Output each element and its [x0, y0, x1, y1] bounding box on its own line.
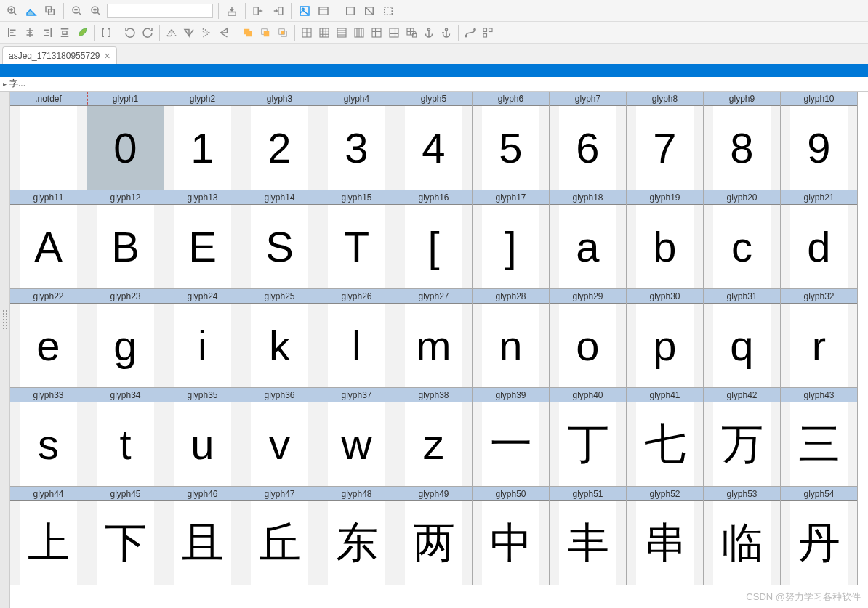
glyph-cell[interactable]: glyph30p [627, 289, 704, 388]
squares-icon[interactable] [342, 3, 358, 19]
rotate-cw-icon[interactable] [140, 25, 156, 41]
glyph-cell[interactable]: glyph19b [627, 190, 704, 289]
glyph-cell[interactable]: glyph42万 [704, 388, 781, 487]
glyph-cell[interactable]: glyph50中 [473, 487, 550, 585]
document-tab[interactable]: asJeq_1713180955729 × [2, 46, 117, 64]
glyph-cell[interactable]: glyph109 [781, 92, 858, 190]
glyph-cell[interactable]: glyph20c [704, 190, 781, 289]
flip-h2-icon[interactable] [181, 25, 197, 41]
glyph-cell[interactable]: glyph13E [164, 190, 241, 289]
glyph-cell[interactable]: glyph32 [241, 92, 318, 190]
union-icon[interactable] [240, 25, 256, 41]
table2-icon[interactable] [351, 25, 367, 41]
glyph-cell[interactable]: glyph40丁 [550, 388, 627, 487]
glyph-cell[interactable]: glyph12B [87, 190, 164, 289]
glyph-cell[interactable]: glyph54丹 [781, 487, 858, 585]
glyph-cell[interactable]: glyph26l [318, 289, 395, 388]
components-icon[interactable] [480, 25, 496, 41]
grid4-icon[interactable] [299, 25, 315, 41]
glyph-cell[interactable]: glyph16[ [395, 190, 473, 289]
glyph-cell[interactable]: glyph46且 [164, 487, 241, 585]
glyph-cell[interactable]: glyph49两 [395, 487, 473, 585]
table4-icon[interactable] [386, 25, 402, 41]
intersect-icon[interactable] [275, 25, 291, 41]
next-glyph-icon[interactable] [270, 3, 286, 19]
glyph-cell[interactable]: glyph76 [550, 92, 627, 190]
zoom-combo[interactable] [107, 4, 213, 18]
glyph-grid[interactable]: .notdefglyph10glyph21glyph32glyph43glyph… [10, 92, 868, 608]
flip-h-icon[interactable] [164, 25, 180, 41]
zoom-in2-icon[interactable] [88, 3, 104, 19]
align-right-icon[interactable] [39, 25, 55, 41]
glyph-cell[interactable]: glyph11A [10, 190, 87, 289]
crop-icon[interactable] [361, 3, 377, 19]
rotate-ccw-icon[interactable] [122, 25, 138, 41]
glyph-cell[interactable]: glyph38z [395, 388, 473, 487]
glyph-cell[interactable]: glyph34t [87, 388, 164, 487]
gutter-handle-icon[interactable] [2, 309, 8, 331]
glyph-cell[interactable]: glyph98 [704, 92, 781, 190]
glyph-cell[interactable]: glyph53临 [704, 487, 781, 585]
picture-icon[interactable] [297, 3, 313, 19]
glyph-cell[interactable]: glyph51丰 [550, 487, 627, 585]
glyph-cell[interactable]: glyph43 [318, 92, 395, 190]
zoom-out-icon[interactable] [69, 3, 85, 19]
layers-icon[interactable] [42, 3, 58, 19]
glyph-cell[interactable]: glyph27m [395, 289, 473, 388]
glyph-cell[interactable]: glyph52串 [627, 487, 704, 585]
align-left-icon[interactable] [4, 25, 20, 41]
glyph-cell[interactable]: glyph33s [10, 388, 87, 487]
glyph-cell[interactable]: glyph15T [318, 190, 395, 289]
glyph-cell[interactable]: glyph31q [704, 289, 781, 388]
table-icon[interactable] [334, 25, 350, 41]
glyph-cell[interactable]: glyph37w [318, 388, 395, 487]
glyph-cell[interactable]: glyph44上 [10, 487, 87, 585]
glyph-cell[interactable]: glyph17] [473, 190, 550, 289]
anchor2-icon[interactable] [438, 25, 454, 41]
curve-icon[interactable] [462, 25, 478, 41]
glyph-cell[interactable]: glyph25k [241, 289, 318, 388]
window-icon[interactable] [316, 3, 331, 19]
download-icon[interactable] [224, 3, 240, 19]
glyph-cell[interactable]: glyph23g [87, 289, 164, 388]
prev-glyph-icon[interactable] [251, 3, 267, 19]
glyph-cell[interactable]: glyph32r [781, 289, 858, 388]
left-gutter[interactable] [0, 92, 10, 608]
glyph-cell[interactable]: glyph24i [164, 289, 241, 388]
glyph-cell[interactable]: glyph21 [164, 92, 241, 190]
breadcrumb-label[interactable]: 字... [9, 78, 25, 90]
rect-dashed-icon[interactable] [380, 3, 396, 19]
table3-icon[interactable] [369, 25, 385, 41]
glyph-cell[interactable]: .notdef [10, 92, 87, 190]
grid-lock-icon[interactable] [403, 25, 419, 41]
highlight-icon[interactable] [23, 3, 39, 19]
glyph-cell[interactable]: glyph36v [241, 388, 318, 487]
glyph-cell[interactable]: glyph22e [10, 289, 87, 388]
glyph-cell[interactable]: glyph14S [241, 190, 318, 289]
glyph-cell[interactable]: glyph65 [473, 92, 550, 190]
glyph-cell[interactable]: glyph29o [550, 289, 627, 388]
glyph-cell[interactable]: glyph21d [781, 190, 858, 289]
glyph-cell[interactable]: glyph47丘 [241, 487, 318, 585]
glyph-cell[interactable]: glyph10 [87, 92, 164, 190]
flip-v2-icon[interactable] [216, 25, 232, 41]
glyph-cell[interactable]: glyph48东 [318, 487, 395, 585]
chevron-down-icon[interactable]: ▸ [3, 80, 7, 88]
glyph-cell[interactable]: glyph43三 [781, 388, 858, 487]
close-icon[interactable]: × [104, 50, 110, 62]
align-center-icon[interactable] [22, 25, 38, 41]
distribute-icon[interactable] [57, 25, 73, 41]
anchor-icon[interactable] [421, 25, 437, 41]
glyph-cell[interactable]: glyph54 [395, 92, 473, 190]
brackets-icon[interactable] [98, 25, 114, 41]
glyph-cell[interactable]: glyph35u [164, 388, 241, 487]
leaf-icon[interactable] [74, 25, 90, 41]
glyph-cell[interactable]: glyph18a [550, 190, 627, 289]
glyph-cell[interactable]: glyph39一 [473, 388, 550, 487]
glyph-cell[interactable]: glyph87 [627, 92, 704, 190]
grid9-icon[interactable] [316, 25, 332, 41]
flip-v-icon[interactable] [198, 25, 214, 41]
glyph-cell[interactable]: glyph41七 [627, 388, 704, 487]
zoom-in-icon[interactable] [4, 3, 20, 19]
glyph-cell[interactable]: glyph45下 [87, 487, 164, 585]
